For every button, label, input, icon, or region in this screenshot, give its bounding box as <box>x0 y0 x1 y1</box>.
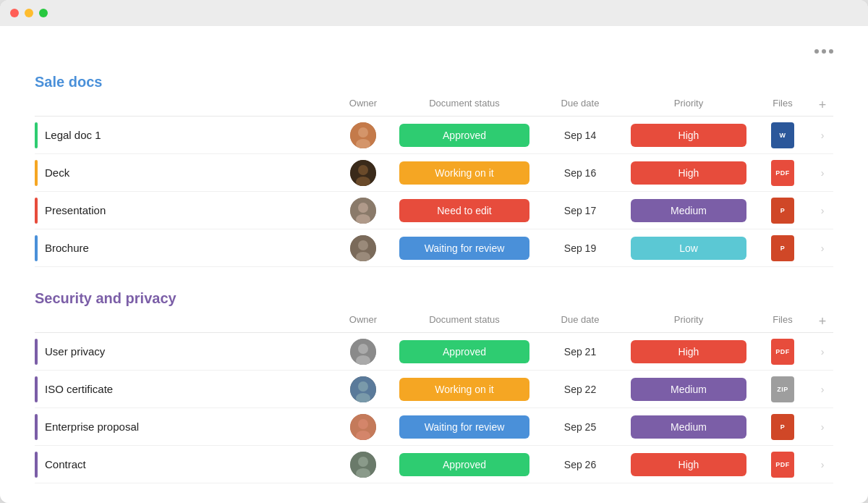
priority-badge: High <box>631 340 746 363</box>
table-row[interactable]: Enterprise proposal Waiting for reviewSe… <box>35 408 833 446</box>
col-owner: Owner <box>334 314 392 329</box>
status-badge: Approved <box>399 340 529 363</box>
avatar <box>350 122 376 148</box>
status-cell: Working on it <box>392 161 537 185</box>
row-name-text: Legal doc 1 <box>45 129 101 141</box>
priority-badge: Low <box>631 237 746 260</box>
owner-cell <box>334 122 392 148</box>
svg-point-19 <box>358 419 368 429</box>
sections-container: Sale docs Owner Document status Due date… <box>35 74 833 483</box>
due-cell: Sep 26 <box>537 459 624 470</box>
table-row[interactable]: Brochure Waiting for reviewSep 19LowP› <box>35 229 833 267</box>
status-cell: Approved <box>392 124 537 147</box>
table-row[interactable]: Contract ApprovedSep 26HighPDF› <box>35 446 833 483</box>
priority-badge: High <box>631 453 746 476</box>
col-files: Files <box>754 314 812 329</box>
table-row[interactable]: User privacy ApprovedSep 21HighPDF› <box>35 333 833 371</box>
file-label: P <box>780 207 786 214</box>
file-icon[interactable]: PDF <box>771 160 794 186</box>
file-icon[interactable]: P <box>771 235 794 261</box>
close-button[interactable] <box>10 9 19 17</box>
table-row[interactable]: Deck Working on itSep 16HighPDF› <box>35 154 833 192</box>
priority-badge: High <box>631 124 746 147</box>
col-headers-security-privacy: Owner Document status Due date Priority … <box>35 311 833 333</box>
files-cell: PDF <box>754 160 812 186</box>
table-row[interactable]: Presentation Need to editSep 17MediumP› <box>35 192 833 229</box>
svg-point-22 <box>358 457 368 467</box>
files-cell: PDF <box>754 339 812 365</box>
avatar <box>350 198 376 224</box>
row-name-text: Contract <box>45 458 86 470</box>
table-row[interactable]: Legal doc 1 ApprovedSep 14HighW› <box>35 117 833 154</box>
due-cell: Sep 21 <box>537 346 624 358</box>
row-border <box>35 414 38 440</box>
due-cell: Sep 25 <box>537 421 624 433</box>
status-cell: Waiting for review <box>392 237 537 260</box>
files-cell: P <box>754 198 812 224</box>
file-icon[interactable]: W <box>771 122 794 148</box>
file-icon[interactable]: P <box>771 198 794 224</box>
avatar <box>350 339 376 365</box>
section-header-security-privacy: Security and privacy <box>35 290 833 307</box>
svg-point-7 <box>358 203 368 213</box>
svg-point-1 <box>358 127 368 138</box>
row-name-text: Presentation <box>45 204 106 216</box>
status-badge: Waiting for review <box>399 237 529 260</box>
files-cell: PDF <box>754 452 812 478</box>
chevron-icon: › <box>821 242 825 254</box>
col-headers-sale-docs: Owner Document status Due date Priority … <box>35 95 833 117</box>
col-priority: Priority <box>624 314 754 329</box>
avatar <box>350 160 376 186</box>
chevron-cell: › <box>812 167 833 179</box>
dot3 <box>829 49 833 54</box>
owner-cell <box>334 414 392 440</box>
row-name-text: Enterprise proposal <box>45 420 139 433</box>
more-options-button[interactable] <box>814 49 833 54</box>
due-cell: Sep 19 <box>537 242 624 254</box>
add-button-sale-docs[interactable]: + <box>812 98 833 113</box>
priority-cell: High <box>624 340 754 363</box>
file-icon[interactable]: ZIP <box>771 376 794 402</box>
row-name-text: User privacy <box>45 345 105 358</box>
owner-cell <box>334 198 392 224</box>
status-badge: Approved <box>399 124 529 147</box>
file-icon[interactable]: PDF <box>771 339 794 365</box>
avatar <box>350 376 376 402</box>
row-name-cell: Brochure <box>35 235 334 261</box>
file-label: P <box>780 423 786 431</box>
row-name-cell: Deck <box>35 160 334 186</box>
add-button-security-privacy[interactable]: + <box>812 314 833 329</box>
status-badge: Need to edit <box>399 199 529 222</box>
due-cell: Sep 22 <box>537 384 624 395</box>
chevron-icon: › <box>821 130 825 141</box>
table-row[interactable]: ISO certificate Working on itSep 22Mediu… <box>35 371 833 408</box>
row-border <box>35 160 38 186</box>
minimize-button[interactable] <box>25 9 33 17</box>
dot1 <box>814 49 819 54</box>
col-priority: Priority <box>624 98 754 113</box>
priority-cell: High <box>624 453 754 476</box>
row-border <box>35 376 38 402</box>
due-cell: Sep 17 <box>537 205 624 216</box>
avatar <box>350 235 376 261</box>
file-icon[interactable]: P <box>771 414 794 440</box>
svg-point-13 <box>358 344 368 354</box>
row-name-cell: Presentation <box>35 198 334 224</box>
priority-badge: Medium <box>631 415 746 439</box>
file-label: W <box>780 132 786 139</box>
chevron-icon: › <box>821 205 825 216</box>
owner-cell <box>334 452 392 478</box>
priority-cell: Low <box>624 237 754 260</box>
row-border <box>35 122 38 148</box>
status-badge: Approved <box>399 453 529 476</box>
row-name-cell: ISO certificate <box>35 376 334 402</box>
maximize-button[interactable] <box>39 9 48 17</box>
file-icon[interactable]: PDF <box>771 452 794 478</box>
chevron-cell: › <box>812 384 833 395</box>
priority-cell: Medium <box>624 378 754 401</box>
chevron-cell: › <box>812 459 833 470</box>
row-name-cell: Legal doc 1 <box>35 122 334 148</box>
svg-point-4 <box>358 165 368 175</box>
row-border <box>35 235 38 261</box>
chevron-cell: › <box>812 242 833 254</box>
